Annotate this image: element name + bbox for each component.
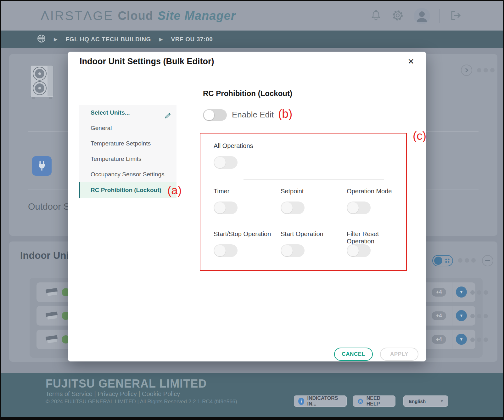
row-divider <box>452 330 452 349</box>
all-operations-toggle[interactable] <box>214 156 238 169</box>
view-toggle-knob <box>434 257 442 265</box>
timer-toggle[interactable] <box>214 201 238 214</box>
fan-dropdown-button[interactable]: ▼ <box>456 310 467 321</box>
timer-label: Timer <box>214 188 229 195</box>
start-stop-operation-toggle[interactable] <box>214 244 238 257</box>
toggle-knob <box>204 110 214 120</box>
operations-divider <box>244 179 384 180</box>
logo-airstage-text: ΛIRSTΛGE <box>41 9 113 23</box>
content-heading: RC Prohibition (Lockout) <box>203 89 292 98</box>
info-icon: i <box>298 398 304 405</box>
menu-item-general[interactable]: General <box>79 120 176 136</box>
modal-title: Indoor Unit Settings (Bulk Editor) <box>80 52 214 71</box>
modal-footer-divider <box>68 344 426 344</box>
need-help-label: NEED HELP <box>367 395 391 407</box>
setpoint-toggle[interactable] <box>281 201 305 214</box>
link-separator: | <box>137 390 142 397</box>
row-more-icon[interactable] <box>470 314 488 318</box>
row-divider <box>452 282 452 302</box>
enable-edit-toggle[interactable] <box>203 109 227 121</box>
need-help-button[interactable]: NEED HELP <box>353 395 395 407</box>
language-selected-value: English <box>404 399 436 404</box>
settings-gear-icon[interactable] <box>391 9 404 23</box>
cookie-policy-link[interactable]: Cookie Policy <box>142 390 180 397</box>
modal-menu: Select Units... General Temperature Setp… <box>79 105 176 198</box>
breadcrumb-arrow-icon: ▶ <box>54 37 58 42</box>
toggle-knob <box>281 202 293 213</box>
globe-icon[interactable] <box>37 34 46 44</box>
down-triangle-icon: ▼ <box>459 313 463 318</box>
start-operation-label: Start Operation <box>281 230 323 238</box>
close-icon[interactable]: × <box>408 54 414 68</box>
privacy-policy-link[interactable]: Privacy Policy <box>98 390 137 397</box>
outdoor-card-more-icon[interactable] <box>477 68 495 72</box>
user-avatar[interactable] <box>414 8 430 24</box>
toggle-knob <box>214 245 226 256</box>
cancel-button[interactable]: CANCEL <box>334 348 373 361</box>
toggle-knob <box>281 245 293 256</box>
view-toggle[interactable] <box>432 255 453 266</box>
down-triangle-icon: ▼ <box>459 290 463 294</box>
menu-item-label: Select Units... <box>91 109 130 116</box>
power-plug-icon <box>32 156 52 176</box>
down-triangle-icon: ▼ <box>459 337 463 342</box>
menu-item-label: Temperature Setpoints <box>91 140 151 147</box>
annotation-a: (a) <box>167 184 182 197</box>
operation-mode-toggle[interactable] <box>347 201 371 214</box>
annotation-c: (c) <box>413 130 426 142</box>
operations-highlight-box: All Operations Timer Setpoint Operation … <box>200 133 407 271</box>
modal-header: Indoor Unit Settings (Bulk Editor) × <box>68 52 426 71</box>
footer-links: Terms of Service | Privacy Policy | Cook… <box>46 390 180 398</box>
menu-item-select-units[interactable]: Select Units... <box>79 105 176 120</box>
fan-dropdown-button[interactable]: ▼ <box>456 287 467 298</box>
menu-item-occupancy-sensor-settings[interactable]: Occupancy Sensor Settings <box>79 167 176 182</box>
indoor-card-more-icon[interactable] <box>458 258 476 263</box>
start-stop-operation-label: Start/Stop Operation <box>214 230 271 238</box>
footer-copyright: © 2024 FUJITSU GENERAL LIMITED | All Rig… <box>46 399 237 405</box>
breadcrumb-site[interactable]: FGL HQ AC TECH BUILDING <box>66 36 151 43</box>
airstage-cloud-logo: ΛIRSTΛGE Cloud Site Manager <box>41 1 236 31</box>
filter-reset-operation-toggle[interactable] <box>347 244 371 257</box>
language-select[interactable]: English ▼ <box>403 395 448 407</box>
row-more-icon[interactable] <box>470 290 488 295</box>
enable-edit-label: Enable Edit <box>232 110 274 120</box>
indicators-button[interactable]: i INDICATORS IN... <box>294 395 347 407</box>
setpoint-label: Setpoint <box>281 188 304 195</box>
apply-button[interactable]: APPLY <box>380 348 418 361</box>
header-divider <box>440 9 440 23</box>
grid-view-icon <box>444 257 451 264</box>
toggle-knob <box>214 157 226 168</box>
terms-of-service-link[interactable]: Terms of Service <box>46 390 92 397</box>
expand-chevron-button[interactable] <box>461 65 472 76</box>
breadcrumb-unit[interactable]: VRF OU 37:00 <box>171 36 213 43</box>
row-more-icon[interactable] <box>470 338 488 342</box>
collapse-minus-button[interactable] <box>482 255 493 266</box>
all-operations-label: All Operations <box>214 142 253 150</box>
menu-item-temperature-limits[interactable]: Temperature Limits <box>79 151 176 167</box>
breadcrumb: ▶ FGL HQ AC TECH BUILDING ▶ VRF OU 37:00 <box>1 31 503 48</box>
menu-item-label: General <box>91 125 112 131</box>
start-operation-toggle[interactable] <box>281 244 305 257</box>
link-separator: | <box>92 390 98 397</box>
fan-dropdown-button[interactable]: ▼ <box>456 334 467 345</box>
notifications-bell-icon[interactable] <box>370 9 382 23</box>
logout-icon[interactable] <box>449 10 462 22</box>
row-divider <box>452 306 452 326</box>
menu-item-rc-prohibition[interactable]: RC Prohibition (Lockout) <box>79 182 176 198</box>
annotation-b: (b) <box>278 108 292 120</box>
outdoor-unit-image <box>28 64 58 102</box>
menu-item-label: RC Prohibition (Lockout) <box>91 187 161 193</box>
page-footer: FUJITSU GENERAL LIMITED Terms of Service… <box>1 373 503 417</box>
menu-item-temperature-setpoints[interactable]: Temperature Setpoints <box>79 136 176 151</box>
cassette-unit-icon <box>44 310 59 321</box>
toggle-knob <box>347 202 359 213</box>
chevron-down-icon: ▼ <box>436 396 448 406</box>
toggle-knob <box>347 245 359 256</box>
breadcrumb-arrow-icon: ▶ <box>159 37 163 42</box>
header-actions <box>370 1 462 31</box>
operation-mode-label: Operation Mode <box>347 188 392 195</box>
more-units-badge: +4 <box>432 288 446 297</box>
logo-cloud-text: Cloud <box>118 9 153 23</box>
footer-company-name: FUJITSU GENERAL LIMITED <box>46 377 207 390</box>
lifebuoy-icon <box>357 398 364 405</box>
